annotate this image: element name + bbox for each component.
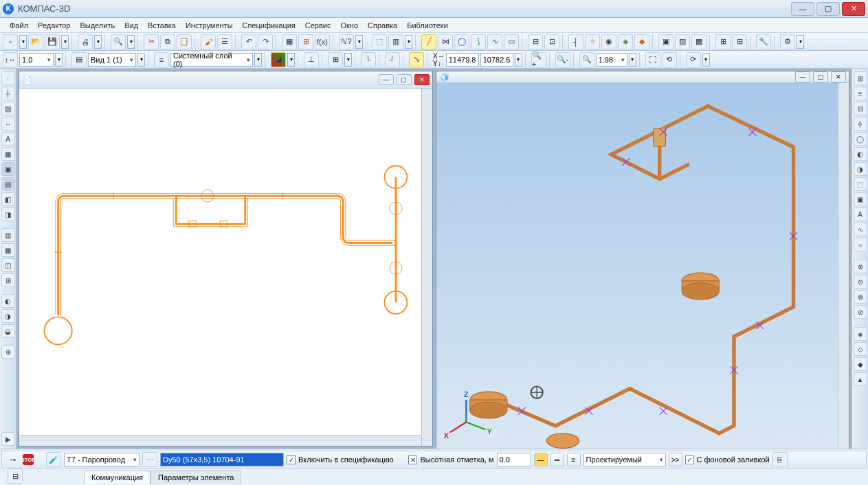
tab-communication[interactable]: Коммуникация <box>84 471 151 484</box>
rtool-3-icon[interactable]: ⊟ <box>854 102 867 115</box>
coord-x-input[interactable] <box>446 53 479 67</box>
style-dropdown[interactable]: ▾ <box>287 53 295 67</box>
mode-b-button[interactable]: ═ <box>550 453 564 466</box>
cut-button[interactable]: ✂ <box>144 34 159 49</box>
doc-2d-maximize-button[interactable]: ▢ <box>397 74 412 85</box>
rtool-20-icon[interactable]: ▲ <box>854 372 867 386</box>
menu-select[interactable]: Выделить <box>76 20 119 31</box>
save-button[interactable]: 💾 <box>45 34 60 49</box>
doc-3d-maximize-button[interactable]: ▢ <box>813 71 828 82</box>
mode-c-button[interactable]: ≡ <box>567 453 581 466</box>
window-minimize-button[interactable]: — <box>791 2 814 16</box>
new-doc-button[interactable]: ▫ <box>3 34 18 49</box>
view-spinner[interactable]: ▾ <box>137 53 145 67</box>
preview-button[interactable]: 🔍 <box>111 34 126 49</box>
zoom-fit-button[interactable]: ⛶ <box>645 52 660 67</box>
vtool-aux-line-icon[interactable]: ┼ <box>1 87 15 100</box>
layers-button[interactable]: ≡ <box>154 52 169 67</box>
properties-button[interactable]: ☰ <box>217 34 232 49</box>
vtool-point-icon[interactable]: · <box>1 71 15 85</box>
menu-edit[interactable]: Редактор <box>34 20 74 31</box>
snap-b-button[interactable]: ┘ <box>385 52 400 67</box>
vtool-g2-icon[interactable]: ▤ <box>1 177 15 191</box>
tool-a-button[interactable]: ┤ <box>568 34 583 49</box>
stop-icon[interactable]: STOP <box>23 454 34 465</box>
tab-element-params[interactable]: Параметры элемента <box>151 471 241 484</box>
new-doc-dropdown[interactable]: ▾ <box>19 35 27 49</box>
undo-button[interactable]: ↶ <box>241 34 256 49</box>
ortho-button[interactable]: ⊥ <box>304 52 319 67</box>
layer-spinner[interactable]: ▾ <box>254 53 262 67</box>
menu-spec[interactable]: Спецификация <box>238 20 300 31</box>
tool-h-button[interactable]: ▩ <box>691 34 706 49</box>
param-end-button[interactable]: ⎘ <box>772 452 788 467</box>
vtool-g4-icon[interactable]: ◨ <box>1 207 15 221</box>
lib-list-button[interactable]: ▥ <box>388 34 403 49</box>
doc-2d-minimize-button[interactable]: — <box>379 74 394 85</box>
menu-insert[interactable]: Вставка <box>144 20 180 31</box>
status-select[interactable]: Проектируемый <box>583 453 666 466</box>
vtool-table-icon[interactable]: ▦ <box>1 147 15 161</box>
doc-3d-vscroll[interactable] <box>838 83 849 449</box>
lib-dropdown[interactable]: ▾ <box>405 35 412 49</box>
menu-help[interactable]: Справка <box>364 20 401 31</box>
coord-sys-button[interactable]: ↕↔ <box>3 52 18 67</box>
rtool-2-icon[interactable]: ≡ <box>854 87 867 100</box>
grid-button[interactable]: ⊞ <box>328 52 343 67</box>
format-painter-button[interactable]: 🖌 <box>201 34 216 49</box>
vtool-g12-icon[interactable]: ⊕ <box>1 345 15 359</box>
help-dropdown[interactable]: ▾ <box>355 35 363 49</box>
vtool-hatch-icon[interactable]: ▨ <box>1 102 15 115</box>
coord-spinner[interactable]: ▾ <box>515 53 522 67</box>
vtool-g11-icon[interactable]: ◒ <box>1 324 15 338</box>
rtool-17-icon[interactable]: ◈ <box>854 327 867 341</box>
pipe-spec-select[interactable]: Dy50 (57x3,5) 10704-91 <box>160 453 284 466</box>
doc-2d-close-button[interactable]: ✕ <box>414 74 430 85</box>
rtool-18-icon[interactable]: ◇ <box>854 342 867 356</box>
tool-l-button[interactable]: ⚙ <box>780 34 795 49</box>
window-maximize-button[interactable]: ▢ <box>816 2 840 16</box>
auto-line-button[interactable]: ⋈ <box>438 34 453 49</box>
zoom-select[interactable]: 1.98 <box>596 53 627 67</box>
snap-c-button[interactable]: ⤡ <box>409 52 424 67</box>
scale-spinner[interactable]: ▾ <box>55 53 63 67</box>
snap-a-button[interactable]: └ <box>361 52 376 67</box>
tool-k-button[interactable]: 🔧 <box>756 34 771 49</box>
view-select[interactable]: Вид 1 (1) <box>88 53 136 67</box>
variables-button[interactable]: ⊞ <box>298 34 313 49</box>
system-browse-button[interactable]: ⋯ <box>142 452 157 467</box>
vtool-g7-icon[interactable]: ◫ <box>1 258 15 272</box>
paste-button[interactable]: 📋 <box>177 34 192 49</box>
rtool-19-icon[interactable]: ◆ <box>854 357 867 371</box>
print-dropdown[interactable]: ▾ <box>94 35 102 49</box>
window-close-button[interactable]: ✕ <box>842 2 865 16</box>
tool-i-button[interactable]: ⊞ <box>715 34 731 49</box>
menu-service[interactable]: Сервис <box>301 20 335 31</box>
canvas-2d[interactable] <box>19 89 421 435</box>
menu-file[interactable]: Файл <box>5 20 32 31</box>
vtool-bottom-icon[interactable]: ▶ <box>1 432 15 446</box>
more-params-button[interactable]: >> <box>669 453 682 466</box>
zoom-in-button[interactable]: 🔍+ <box>531 52 546 67</box>
dim-button-1[interactable]: ⊟ <box>528 34 543 49</box>
elev-input[interactable] <box>497 453 531 466</box>
rtool-8-icon[interactable]: ⬚ <box>854 177 867 191</box>
line-tool-button[interactable]: ╱ <box>421 34 436 49</box>
spec-button[interactable]: ▦ <box>282 34 297 49</box>
canvas-3d[interactable]: Z X Y <box>436 83 838 449</box>
rtool-13-icon[interactable]: ⊕ <box>854 260 867 273</box>
doc-3d-minimize-button[interactable]: — <box>795 71 810 82</box>
vtool-g5-icon[interactable]: ▥ <box>1 228 15 242</box>
rtool-10-icon[interactable]: А <box>854 207 867 221</box>
tool-f-button[interactable]: ▣ <box>658 34 674 49</box>
scale-select[interactable]: 1.0 <box>19 53 54 67</box>
doc-2d-hscroll[interactable] <box>19 435 421 446</box>
tool-b-button[interactable]: ✧ <box>585 34 600 49</box>
print-button[interactable]: 🖨 <box>78 34 93 49</box>
layer-select[interactable]: Системный слой (0) <box>170 53 253 67</box>
bg-fill-checkbox[interactable]: ✓ <box>685 455 694 464</box>
tool-l-dropdown[interactable]: ▾ <box>797 35 804 49</box>
zoom-window-button[interactable]: 🔍 <box>579 52 594 67</box>
vtool-g3-icon[interactable]: ◧ <box>1 192 15 206</box>
rtool-11-icon[interactable]: ∿ <box>854 223 867 236</box>
